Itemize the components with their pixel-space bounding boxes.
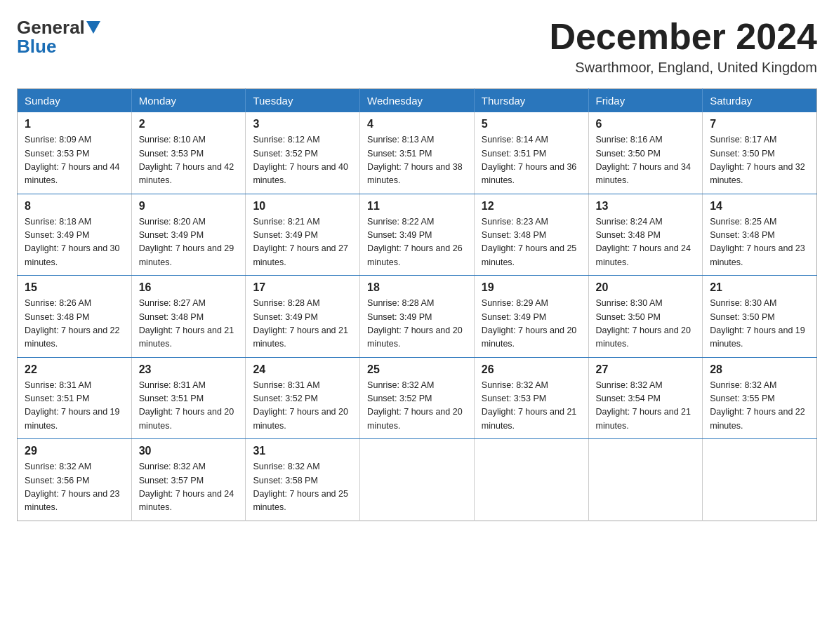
day-info: Sunrise: 8:32 AMSunset: 3:57 PMDaylight:… [139, 462, 234, 512]
calendar-cell: 3 Sunrise: 8:12 AMSunset: 3:52 PMDayligh… [246, 112, 360, 194]
day-number: 22 [25, 363, 124, 376]
day-info: Sunrise: 8:24 AMSunset: 3:48 PMDaylight:… [596, 217, 691, 267]
day-info: Sunrise: 8:14 AMSunset: 3:51 PMDaylight:… [482, 135, 577, 185]
day-info: Sunrise: 8:22 AMSunset: 3:49 PMDaylight:… [367, 217, 463, 267]
day-number: 27 [596, 363, 696, 376]
day-info: Sunrise: 8:32 AMSunset: 3:56 PMDaylight:… [25, 462, 120, 512]
day-number: 19 [482, 281, 581, 294]
calendar-cell: 24 Sunrise: 8:31 AMSunset: 3:52 PMDaylig… [246, 357, 360, 439]
calendar-cell: 25 Sunrise: 8:32 AMSunset: 3:52 PMDaylig… [360, 357, 475, 439]
day-info: Sunrise: 8:28 AMSunset: 3:49 PMDaylight:… [253, 298, 348, 349]
day-info: Sunrise: 8:32 AMSunset: 3:58 PMDaylight:… [253, 462, 348, 512]
day-info: Sunrise: 8:12 AMSunset: 3:52 PMDaylight:… [253, 135, 348, 185]
calendar-cell: 19 Sunrise: 8:29 AMSunset: 3:49 PMDaylig… [474, 276, 588, 358]
calendar-cell [474, 439, 588, 521]
day-number: 29 [25, 445, 124, 457]
day-number: 13 [596, 200, 696, 213]
day-number: 28 [710, 363, 809, 376]
day-number: 2 [139, 118, 239, 130]
calendar-cell: 22 Sunrise: 8:31 AMSunset: 3:51 PMDaylig… [18, 357, 132, 439]
location-subtitle: Swarthmoor, England, United Kingdom [549, 60, 817, 76]
day-number: 24 [253, 363, 352, 376]
calendar-cell [588, 439, 703, 521]
calendar-cell: 10 Sunrise: 8:21 AMSunset: 3:49 PMDaylig… [246, 194, 360, 276]
calendar-cell: 21 Sunrise: 8:30 AMSunset: 3:50 PMDaylig… [703, 276, 817, 358]
day-number: 14 [710, 200, 809, 213]
day-number: 1 [25, 118, 124, 130]
header-sunday: Sunday [18, 89, 132, 113]
title-area: December 2024 Swarthmoor, England, Unite… [549, 17, 817, 76]
day-info: Sunrise: 8:18 AMSunset: 3:49 PMDaylight:… [25, 217, 120, 267]
logo-triangle-icon [86, 21, 100, 34]
day-number: 4 [367, 118, 467, 130]
day-info: Sunrise: 8:29 AMSunset: 3:49 PMDaylight:… [482, 298, 577, 349]
day-number: 11 [367, 200, 467, 213]
calendar-cell [703, 439, 817, 521]
day-info: Sunrise: 8:31 AMSunset: 3:51 PMDaylight:… [139, 380, 234, 431]
calendar-cell: 17 Sunrise: 8:28 AMSunset: 3:49 PMDaylig… [246, 276, 360, 358]
calendar-cell: 9 Sunrise: 8:20 AMSunset: 3:49 PMDayligh… [131, 194, 246, 276]
header-monday: Monday [131, 89, 246, 113]
calendar-cell: 20 Sunrise: 8:30 AMSunset: 3:50 PMDaylig… [588, 276, 703, 358]
day-number: 7 [710, 118, 809, 130]
calendar-header-row: Sunday Monday Tuesday Wednesday Thursday… [18, 89, 817, 113]
day-number: 25 [367, 363, 467, 376]
day-info: Sunrise: 8:31 AMSunset: 3:51 PMDaylight:… [25, 380, 120, 431]
calendar-cell: 12 Sunrise: 8:23 AMSunset: 3:48 PMDaylig… [474, 194, 588, 276]
calendar-cell: 2 Sunrise: 8:10 AMSunset: 3:53 PMDayligh… [131, 112, 246, 194]
header-friday: Friday [588, 89, 703, 113]
day-number: 30 [139, 445, 239, 457]
day-info: Sunrise: 8:32 AMSunset: 3:52 PMDaylight:… [367, 380, 463, 431]
header: General Blue December 2024 Swarthmoor, E… [17, 17, 817, 76]
day-info: Sunrise: 8:13 AMSunset: 3:51 PMDaylight:… [367, 135, 463, 185]
calendar-cell: 30 Sunrise: 8:32 AMSunset: 3:57 PMDaylig… [131, 439, 246, 521]
header-thursday: Thursday [474, 89, 588, 113]
day-number: 10 [253, 200, 352, 213]
day-info: Sunrise: 8:26 AMSunset: 3:48 PMDaylight:… [25, 298, 120, 349]
day-info: Sunrise: 8:10 AMSunset: 3:53 PMDaylight:… [139, 135, 234, 185]
day-number: 12 [482, 200, 581, 213]
calendar-cell: 8 Sunrise: 8:18 AMSunset: 3:49 PMDayligh… [18, 194, 132, 276]
calendar-cell: 13 Sunrise: 8:24 AMSunset: 3:48 PMDaylig… [588, 194, 703, 276]
calendar-cell: 5 Sunrise: 8:14 AMSunset: 3:51 PMDayligh… [474, 112, 588, 194]
day-info: Sunrise: 8:32 AMSunset: 3:53 PMDaylight:… [482, 380, 577, 431]
month-title: December 2024 [549, 17, 817, 57]
day-number: 20 [596, 281, 696, 294]
day-info: Sunrise: 8:23 AMSunset: 3:48 PMDaylight:… [482, 217, 577, 267]
day-number: 5 [482, 118, 581, 130]
day-info: Sunrise: 8:27 AMSunset: 3:48 PMDaylight:… [139, 298, 234, 349]
day-info: Sunrise: 8:17 AMSunset: 3:50 PMDaylight:… [710, 135, 805, 185]
day-number: 26 [482, 363, 581, 376]
calendar-cell: 14 Sunrise: 8:25 AMSunset: 3:48 PMDaylig… [703, 194, 817, 276]
day-number: 16 [139, 281, 239, 294]
calendar-week-row: 8 Sunrise: 8:18 AMSunset: 3:49 PMDayligh… [18, 194, 817, 276]
calendar-week-row: 1 Sunrise: 8:09 AMSunset: 3:53 PMDayligh… [18, 112, 817, 194]
header-saturday: Saturday [703, 89, 817, 113]
day-number: 15 [25, 281, 124, 294]
day-number: 9 [139, 200, 239, 213]
day-number: 31 [253, 445, 352, 457]
day-info: Sunrise: 8:28 AMSunset: 3:49 PMDaylight:… [367, 298, 463, 349]
calendar-cell: 4 Sunrise: 8:13 AMSunset: 3:51 PMDayligh… [360, 112, 475, 194]
calendar-cell: 28 Sunrise: 8:32 AMSunset: 3:55 PMDaylig… [703, 357, 817, 439]
day-number: 21 [710, 281, 809, 294]
calendar-cell: 18 Sunrise: 8:28 AMSunset: 3:49 PMDaylig… [360, 276, 475, 358]
day-info: Sunrise: 8:21 AMSunset: 3:49 PMDaylight:… [253, 217, 348, 267]
day-number: 8 [25, 200, 124, 213]
calendar-week-row: 15 Sunrise: 8:26 AMSunset: 3:48 PMDaylig… [18, 276, 817, 358]
calendar-week-row: 22 Sunrise: 8:31 AMSunset: 3:51 PMDaylig… [18, 357, 817, 439]
day-info: Sunrise: 8:16 AMSunset: 3:50 PMDaylight:… [596, 135, 691, 185]
calendar-week-row: 29 Sunrise: 8:32 AMSunset: 3:56 PMDaylig… [18, 439, 817, 521]
day-number: 23 [139, 363, 239, 376]
day-number: 18 [367, 281, 467, 294]
day-info: Sunrise: 8:25 AMSunset: 3:48 PMDaylight:… [710, 217, 805, 267]
header-wednesday: Wednesday [360, 89, 475, 113]
calendar-cell [360, 439, 475, 521]
header-tuesday: Tuesday [246, 89, 360, 113]
calendar-cell: 31 Sunrise: 8:32 AMSunset: 3:58 PMDaylig… [246, 439, 360, 521]
calendar-cell: 23 Sunrise: 8:31 AMSunset: 3:51 PMDaylig… [131, 357, 246, 439]
calendar-cell: 27 Sunrise: 8:32 AMSunset: 3:54 PMDaylig… [588, 357, 703, 439]
logo: General Blue [17, 17, 100, 58]
day-info: Sunrise: 8:31 AMSunset: 3:52 PMDaylight:… [253, 380, 348, 431]
day-info: Sunrise: 8:32 AMSunset: 3:55 PMDaylight:… [710, 380, 805, 431]
